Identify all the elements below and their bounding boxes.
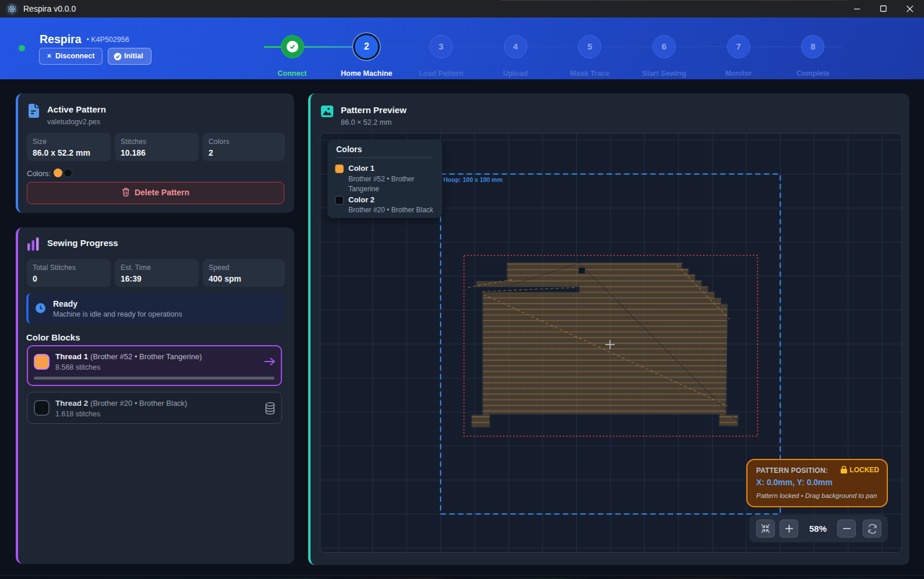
svg-text:Hoop: 100 x 100 mm: Hoop: 100 x 100 mm bbox=[443, 176, 503, 183]
